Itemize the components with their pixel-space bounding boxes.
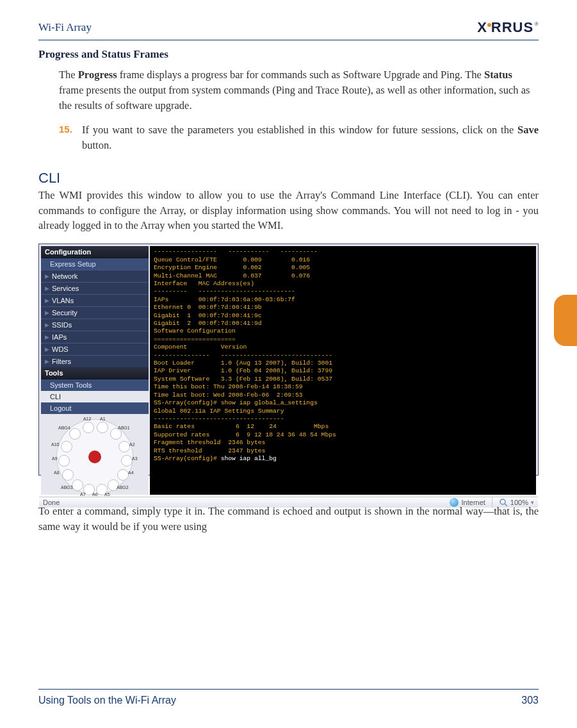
sidebar-item-system-tools[interactable]: System Tools	[41, 379, 149, 391]
terminal-line: ----------------- ----------- ----------	[154, 248, 532, 256]
sidebar-item-services[interactable]: ▶Services	[41, 282, 149, 294]
terminal-line: IAPs 00:0f:7d:03:6a:00-03:6b:7f	[154, 296, 532, 304]
list-number: 15.	[59, 122, 76, 153]
chevron-right-icon: ▶	[45, 310, 49, 316]
terminal-line: Gigabit 1 00:0f:7d:00:41:9c	[154, 312, 532, 320]
sidebar-item-iaps[interactable]: ▶IAPs	[41, 331, 149, 343]
diagram-label: A3	[132, 456, 138, 461]
terminal-line: Time last boot: Wed 2008-Feb-06 2:09:53	[154, 392, 532, 399]
footer-rule	[38, 689, 539, 690]
terminal-line: Basic rates 6 12 24 Mbps	[154, 423, 532, 431]
diagram-label: ABG4	[58, 426, 70, 430]
terminal-line: IAP Driver 1.0 (Feb 04 2008), Build: 379…	[154, 367, 532, 375]
diagram-node	[69, 428, 81, 440]
sidebar-item-label: Network	[52, 272, 77, 280]
terminal-line: Software Configuration	[154, 327, 532, 335]
diagram-node	[118, 441, 130, 452]
terminal-line: Ethernet 0 00:0f:7d:00:41:9b	[154, 304, 532, 311]
save-bold: Save	[517, 124, 539, 136]
sidebar-item-express[interactable]: Express Setup	[41, 258, 149, 270]
terminal-line: Fragment threshold 2346 bytes	[154, 439, 532, 447]
cli-window: Configuration Express Setup ▶Network ▶Se…	[38, 244, 539, 476]
sidebar-item-label: Security	[52, 309, 77, 317]
diagram-label: A7	[80, 492, 86, 497]
terminal-prompt: SS-Array(config)#	[154, 455, 221, 462]
figure-157: Configuration Express Setup ▶Network ▶Se…	[38, 244, 539, 495]
terminal-line: SS-Array(config)# show iap global_a_sett…	[154, 399, 532, 407]
array-diagram: A12 A1 ABG4 ABG1 A10 A2 A9 A3 A8 A4 ABG3…	[56, 419, 133, 495]
diagram-label: A4	[128, 470, 134, 475]
diagram-node	[61, 441, 72, 452]
sidebar-item-wds[interactable]: ▶WDS	[41, 343, 149, 355]
footer-section-title: Using Tools on the Wi-Fi Array	[38, 695, 176, 706]
diagram-node	[117, 469, 129, 481]
sidebar-item-label: Filters	[52, 358, 71, 365]
terminal-line: Interface MAC Address(es)	[154, 280, 532, 288]
sidebar-header-tools[interactable]: Tools	[41, 367, 149, 379]
text-span: The	[59, 69, 78, 81]
sidebar-item-ssids[interactable]: ▶SSIDs	[41, 318, 149, 331]
logo-text: XRRUS	[477, 19, 533, 36]
diagram-label: ABG1	[118, 426, 130, 430]
sidebar-item-label: VLANs	[52, 297, 74, 304]
logo-dot-icon	[487, 23, 491, 27]
sidebar-item-label: SSIDs	[52, 321, 72, 329]
page-header-title: Wi-Fi Array	[38, 21, 92, 34]
chevron-right-icon: ▶	[45, 334, 49, 340]
sidebar-item-network[interactable]: ▶Network	[41, 270, 149, 282]
sidebar-item-logout[interactable]: Logout	[41, 402, 149, 414]
cli-paragraph: The WMI provides this window to allow yo…	[38, 188, 539, 234]
header-rule	[38, 40, 539, 40]
diagram-node	[62, 469, 74, 481]
page-number: 303	[521, 695, 539, 706]
text-span: button.	[82, 139, 111, 151]
progress-bold: Progress	[78, 69, 117, 81]
sidebar-header-config[interactable]: Configuration	[41, 246, 149, 258]
list-text: If you want to save the parameters you e…	[82, 122, 539, 153]
progress-paragraph: The Progress frame displays a progress b…	[59, 67, 539, 113]
chevron-right-icon: ▶	[45, 285, 49, 292]
diagram-node	[72, 479, 83, 491]
sidebar-item-filters[interactable]: ▶Filters	[41, 355, 149, 367]
registered-icon: ®	[534, 21, 539, 27]
subheading: Progress and Status Frames	[38, 48, 539, 61]
terminal-line: Gigabit 2 00:0f:7d:00:41:9d	[154, 320, 532, 327]
closing-paragraph: To enter a command, simply type it in. T…	[38, 504, 539, 534]
sidebar-item-label: Services	[52, 285, 79, 292]
terminal-line: --------- --------------------------	[154, 288, 532, 295]
diagram-label: A5	[104, 492, 110, 497]
terminal-line: Encryption Engine 0.002 0.005	[154, 264, 532, 272]
sidebar-item-vlans[interactable]: ▶VLANs	[41, 294, 149, 306]
status-bold: Status	[484, 69, 512, 81]
diagram-label: A12	[83, 417, 91, 421]
sidebar-item-cli[interactable]: CLI	[41, 391, 149, 402]
diagram-center-icon	[88, 451, 101, 463]
diagram-label: A9	[52, 456, 58, 461]
diagram-label: ABG3	[61, 485, 73, 490]
chevron-right-icon: ▶	[45, 358, 49, 365]
terminal-input-text: show iap all_bg	[221, 455, 277, 462]
cli-terminal[interactable]: ----------------- ----------- ----------…	[150, 246, 536, 495]
list-item-15: 15. If you want to save the parameters y…	[59, 122, 539, 153]
terminal-line: Queue Control/FTE 0.009 0.016	[154, 256, 532, 264]
text-span: If you want to save the parameters you e…	[82, 124, 517, 136]
terminal-line: Time this boot: Thu 2008-Feb-14 18:38:59	[154, 383, 532, 391]
sidebar-diagram-area: A12 A1 ABG4 ABG1 A10 A2 A9 A3 A8 A4 ABG3…	[41, 414, 149, 495]
sidebar-item-security[interactable]: ▶Security	[41, 306, 149, 318]
brand-logo: XRRUS ®	[477, 19, 539, 36]
page-footer: Using Tools on the Wi-Fi Array 303	[38, 689, 539, 706]
nav-sidebar: Configuration Express Setup ▶Network ▶Se…	[41, 246, 149, 495]
terminal-line: -----------------------------------	[154, 415, 532, 423]
terminal-line: Supported rates 6 9 12 18 24 36 48 54 Mb…	[154, 431, 532, 439]
chevron-right-icon: ▶	[45, 273, 49, 279]
terminal-line: Boot Loader 1.0 (Aug 13 2007), Build: 30…	[154, 360, 532, 367]
diagram-node	[97, 422, 108, 433]
terminal-line: ======================	[154, 336, 532, 343]
text-span: frame presents the output from system co…	[59, 84, 530, 112]
terminal-line: --------------- ------------------------…	[154, 352, 532, 360]
sidebar-item-label: WDS	[52, 345, 69, 353]
terminal-prompt-line: SS-Array(config)# show iap all_bg	[154, 455, 532, 463]
chevron-right-icon: ▶	[45, 346, 49, 352]
chevron-right-icon: ▶	[45, 322, 49, 328]
diagram-label: A8	[54, 470, 60, 475]
